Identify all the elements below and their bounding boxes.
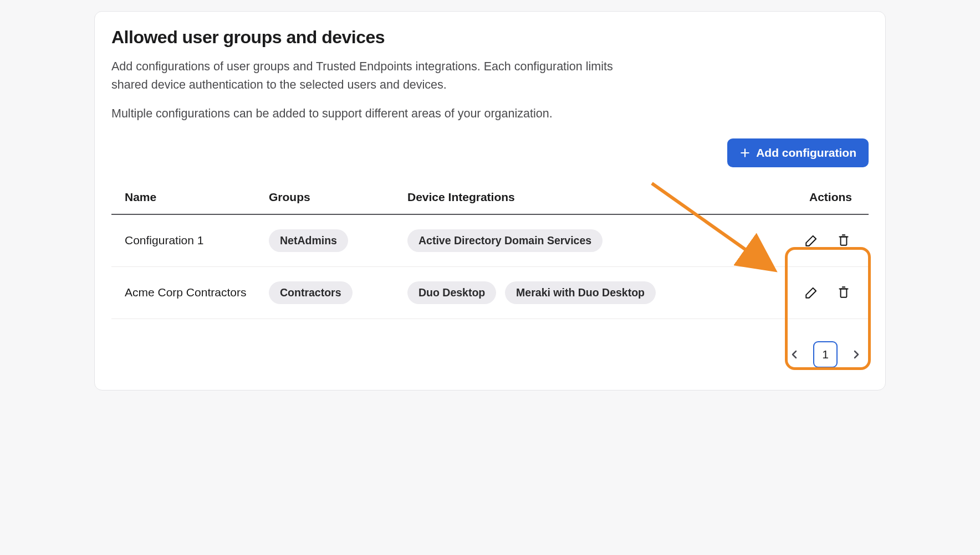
group-pill: NetAdmins: [269, 229, 348, 252]
plus-icon: [739, 147, 751, 158]
trash-icon: [836, 285, 851, 300]
column-header-integrations: Device Integrations: [402, 182, 754, 214]
allowed-groups-card: Allowed user groups and devices Add conf…: [94, 11, 886, 390]
section-title: Allowed user groups and devices: [111, 27, 869, 48]
trash-icon: [836, 233, 851, 248]
chevron-right-icon: [850, 348, 863, 361]
add-configuration-label: Add configuration: [756, 146, 856, 160]
section-description-1: Add configurations of user groups and Tr…: [111, 58, 644, 95]
delete-button[interactable]: [833, 282, 854, 303]
section-description-2: Multiple configurations can be added to …: [111, 105, 869, 123]
column-header-actions: Actions: [754, 182, 869, 214]
add-configuration-button[interactable]: Add configuration: [727, 138, 869, 167]
configurations-table: Name Groups Device Integrations Actions …: [111, 182, 869, 319]
table-row: Acme Corp Contractors Contractors Duo De…: [111, 266, 869, 318]
svg-rect-3: [841, 237, 847, 245]
edit-button[interactable]: [801, 282, 822, 303]
next-page-button[interactable]: [848, 346, 865, 363]
config-name: Configuration 1: [111, 214, 263, 267]
integration-pill: Duo Desktop: [407, 281, 496, 304]
edit-button[interactable]: [801, 230, 822, 251]
svg-rect-6: [841, 289, 847, 297]
column-header-groups: Groups: [263, 182, 402, 214]
page-number-current[interactable]: 1: [813, 341, 838, 368]
chevron-left-icon: [788, 348, 801, 361]
pencil-icon: [804, 233, 819, 248]
group-pill: Contractors: [269, 281, 353, 304]
pencil-icon: [804, 285, 819, 300]
pagination: 1: [111, 341, 869, 368]
config-name: Acme Corp Contractors: [111, 266, 263, 318]
integration-pill: Active Directory Domain Services: [407, 229, 603, 252]
table-row: Configuration 1 NetAdmins Active Directo…: [111, 214, 869, 267]
column-header-name: Name: [111, 182, 263, 214]
prev-page-button[interactable]: [785, 346, 803, 363]
integration-pill: Meraki with Duo Desktop: [505, 281, 656, 304]
delete-button[interactable]: [833, 230, 854, 251]
